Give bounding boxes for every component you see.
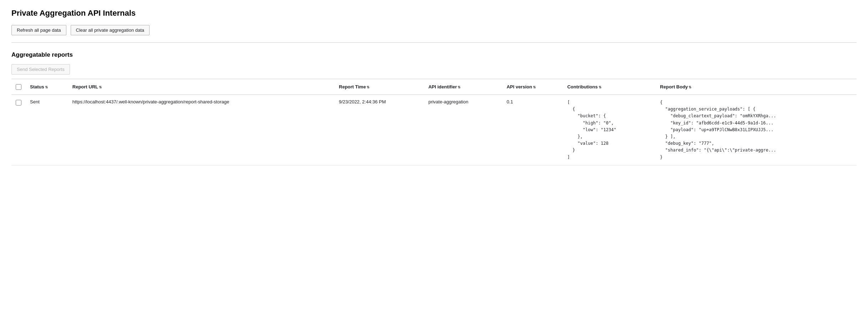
col-status[interactable]: Status⇅ [26,79,68,95]
col-report-url[interactable]: Report URL⇅ [68,79,335,95]
divider [11,42,857,43]
section-title: Aggregatable reports [11,51,857,58]
row-api-identifier: private-aggregation [424,95,502,165]
col-api-version[interactable]: API version⇅ [502,79,563,95]
send-button-wrapper: Send Selected Reports [11,64,857,75]
sort-icon-status: ⇅ [45,85,48,89]
col-report-time[interactable]: Report Time⇅ [335,79,424,95]
reports-table: Status⇅ Report URL⇅ Report Time⇅ API ide… [11,79,857,165]
sort-icon-url: ⇅ [99,85,102,89]
sort-icon-api-ver: ⇅ [533,85,536,89]
row-status: Sent [26,95,68,165]
select-all-checkbox[interactable] [16,84,21,90]
row-checkbox[interactable] [16,100,21,106]
clear-button[interactable]: Clear all private aggregation data [71,25,150,35]
row-checkbox-cell [11,95,26,165]
col-api-identifier[interactable]: API identifier⇅ [424,79,502,95]
sort-icon-contributions: ⇅ [599,85,601,89]
table-row: Sent https://localhost:4437/.well-known/… [11,95,857,165]
row-report-body: { "aggregation_service_payloads": [ { "d… [656,95,857,165]
select-all-header [11,79,26,95]
row-contributions: [ { "bucket": { "high": "0", "low": "123… [563,95,656,165]
row-api-version: 0.1 [502,95,563,165]
send-selected-reports-button[interactable]: Send Selected Reports [11,64,70,75]
sort-icon-body: ⇅ [688,85,691,89]
sort-icon-time: ⇅ [367,85,369,89]
top-buttons: Refresh all page data Clear all private … [11,25,857,35]
row-report-time: 9/23/2022, 2:44:36 PM [335,95,424,165]
refresh-button[interactable]: Refresh all page data [11,25,66,35]
table-header-row: Status⇅ Report URL⇅ Report Time⇅ API ide… [11,79,857,95]
sort-icon-api-id: ⇅ [458,85,460,89]
page-title: Private Aggregation API Internals [11,9,857,18]
row-report-url: https://localhost:4437/.well-known/priva… [68,95,335,165]
col-contributions[interactable]: Contributions⇅ [563,79,656,95]
col-report-body[interactable]: Report Body⇅ [656,79,857,95]
